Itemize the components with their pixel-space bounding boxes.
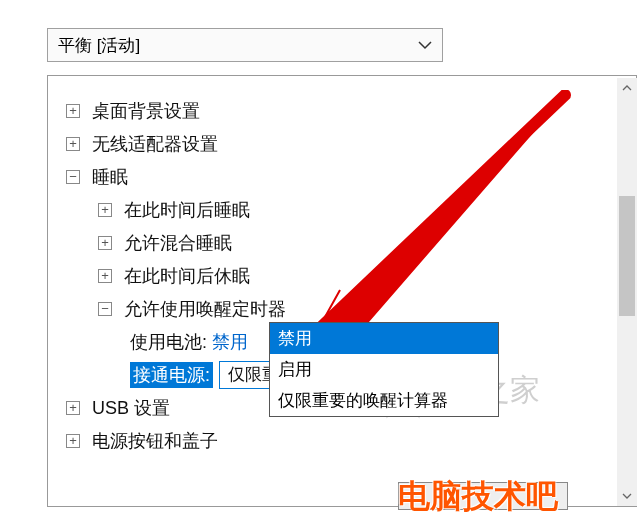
tree-node-desktop-bg[interactable]: + 桌面背景设置 — [66, 94, 636, 127]
tree-node-sleep[interactable]: − 睡眠 — [66, 160, 636, 193]
collapse-icon[interactable]: − — [98, 302, 112, 316]
option-label: 启用 — [278, 358, 312, 381]
expand-icon[interactable]: + — [98, 236, 112, 250]
tree-node-wake-timers[interactable]: − 允许使用唤醒定时器 — [66, 292, 636, 325]
power-plan-select[interactable]: 平衡 [活动] — [47, 28, 443, 62]
node-label: 桌面背景设置 — [92, 99, 200, 123]
scroll-thumb[interactable] — [619, 196, 635, 316]
node-label: 睡眠 — [92, 165, 128, 189]
option-label: 仅限重要的唤醒计算器 — [278, 389, 448, 412]
dropdown-option-disable[interactable]: 禁用 — [270, 323, 498, 354]
plugged-in-label: 接通电源: — [130, 362, 213, 388]
node-label: USB 设置 — [92, 396, 170, 420]
settings-tree-panel: + 桌面背景设置 + 无线适配器设置 − 睡眠 + 在此时间后睡眠 + 允许混合… — [47, 75, 637, 507]
expand-icon[interactable]: + — [66, 434, 80, 448]
expand-icon[interactable]: + — [98, 269, 112, 283]
scroll-up-icon[interactable] — [617, 78, 637, 98]
node-label: 允许混合睡眠 — [124, 231, 232, 255]
expand-icon[interactable]: + — [98, 203, 112, 217]
node-label: 无线适配器设置 — [92, 132, 218, 156]
expand-icon[interactable]: + — [66, 104, 80, 118]
tree-node-sleep-after[interactable]: + 在此时间后睡眠 — [66, 193, 636, 226]
battery-value: 禁用 — [212, 330, 248, 354]
expand-icon[interactable]: + — [66, 401, 80, 415]
tree-node-power-buttons[interactable]: + 电源按钮和盖子 — [66, 424, 636, 457]
tree-node-wireless[interactable]: + 无线适配器设置 — [66, 127, 636, 160]
option-label: 禁用 — [278, 327, 312, 350]
scroll-down-icon[interactable] — [617, 486, 637, 506]
battery-label: 使用电池: — [130, 330, 207, 354]
tree-node-hybrid-sleep[interactable]: + 允许混合睡眠 — [66, 226, 636, 259]
expand-icon[interactable]: + — [66, 137, 80, 151]
node-label: 在此时间后休眠 — [124, 264, 250, 288]
plugged-in-dropdown[interactable]: 禁用 启用 仅限重要的唤醒计算器 — [269, 322, 499, 417]
tree-node-hibernate-after[interactable]: + 在此时间后休眠 — [66, 259, 636, 292]
dropdown-option-enable[interactable]: 启用 — [270, 354, 498, 385]
collapse-icon[interactable]: − — [66, 170, 80, 184]
node-label: 在此时间后睡眠 — [124, 198, 250, 222]
vertical-scrollbar[interactable] — [617, 78, 637, 503]
node-label: 允许使用唤醒定时器 — [124, 297, 286, 321]
node-label: 电源按钮和盖子 — [92, 429, 218, 453]
power-plan-label: 平衡 [活动] — [58, 34, 140, 57]
dropdown-option-important[interactable]: 仅限重要的唤醒计算器 — [270, 385, 498, 416]
chevron-down-icon — [418, 37, 432, 53]
scroll-track[interactable] — [617, 98, 637, 486]
